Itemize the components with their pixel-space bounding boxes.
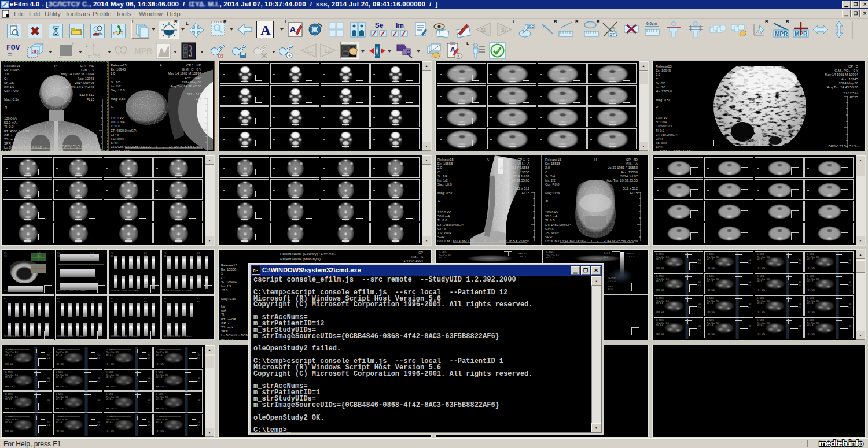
svg-text:Im: Im — [396, 21, 404, 29]
svg-text:57°: 57° — [610, 32, 616, 36]
svg-text:θ): θ) — [612, 26, 615, 31]
svg-text:A: A — [260, 23, 271, 38]
svg-text:MPR: MPR — [775, 31, 788, 37]
svg-text:MPR: MPR — [134, 46, 152, 55]
svg-text:Se: Se — [375, 21, 384, 29]
svg-text:St: St — [501, 27, 506, 33]
svg-text:A: A — [290, 24, 296, 34]
svg-text:medteh.info: medteh.info — [819, 439, 863, 448]
svg-text:19.2: 19.2 — [527, 25, 534, 28]
svg-text:C:: C: — [253, 268, 259, 273]
svg-text:La: La — [307, 48, 313, 54]
svg-text:3D: 3D — [32, 49, 39, 54]
svg-text:L: L — [86, 43, 88, 47]
svg-text:La: La — [325, 48, 330, 54]
svg-text:St: St — [481, 27, 486, 33]
svg-text:=: = — [8, 50, 12, 58]
svg-text:0.0cm: 0.0cm — [646, 21, 657, 25]
